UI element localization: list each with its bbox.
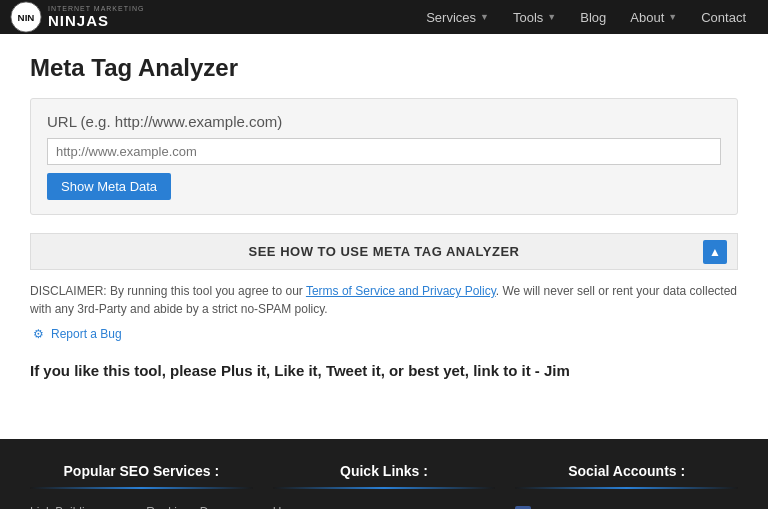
show-meta-button[interactable]: Show Meta Data bbox=[47, 173, 171, 200]
footer-quicklinks-section: Quick Links : Home About Ninjas Ninja Le… bbox=[273, 463, 496, 509]
url-box: URL (e.g. http://www.example.com) Show M… bbox=[30, 98, 738, 215]
seo-link-5[interactable]: Rankings Drop Solutions bbox=[146, 503, 252, 509]
see-how-bar[interactable]: SEE HOW TO USE META TAG ANALYZER ▲ bbox=[30, 233, 738, 270]
nav-blog[interactable]: Blog bbox=[568, 0, 618, 34]
seo-col2: Rankings Drop Solutions Conversion Optim… bbox=[146, 503, 252, 509]
footer-social-section: Social Accounts : f Like Us On Facebook … bbox=[515, 463, 738, 509]
nav-tools[interactable]: Tools ▼ bbox=[501, 0, 568, 34]
url-input[interactable] bbox=[47, 138, 721, 165]
promo-text: If you like this tool, please Plus it, L… bbox=[30, 362, 738, 379]
tos-link[interactable]: Terms of Service and Privacy Policy bbox=[306, 284, 496, 298]
quick-link-1[interactable]: Home bbox=[273, 503, 496, 509]
seo-link-1[interactable]: Link Building Services bbox=[30, 503, 136, 509]
nav-contact[interactable]: Contact bbox=[689, 0, 758, 34]
quicklinks-divider bbox=[273, 487, 496, 489]
expand-icon: ▲ bbox=[703, 240, 727, 264]
footer: Popular SEO Services : Link Building Ser… bbox=[0, 439, 768, 509]
bug-icon: ⚙ bbox=[30, 326, 46, 342]
footer-grid: Popular SEO Services : Link Building Ser… bbox=[30, 463, 738, 509]
page-title: Meta Tag Analyzer bbox=[30, 54, 738, 82]
navbar: NIN INTERNET MARKETING NINJAS Services ▼… bbox=[0, 0, 768, 34]
report-bug-link[interactable]: ⚙ Report a Bug bbox=[30, 326, 738, 342]
logo[interactable]: NIN INTERNET MARKETING NINJAS bbox=[10, 1, 144, 33]
nav-services[interactable]: Services ▼ bbox=[414, 0, 501, 34]
tools-chevron-icon: ▼ bbox=[547, 12, 556, 22]
social-divider bbox=[515, 487, 738, 489]
see-how-text: SEE HOW TO USE META TAG ANALYZER bbox=[249, 244, 520, 259]
nav-links: Services ▼ Tools ▼ Blog About ▼ Contact bbox=[414, 0, 758, 34]
seo-title: Popular SEO Services : bbox=[30, 463, 253, 479]
footer-seo-section: Popular SEO Services : Link Building Ser… bbox=[30, 463, 253, 509]
logo-brand: NINJAS bbox=[48, 13, 144, 30]
nav-about[interactable]: About ▼ bbox=[618, 0, 689, 34]
svg-text:NIN: NIN bbox=[18, 12, 35, 23]
seo-col1: Link Building Services Linkable Asset Cr… bbox=[30, 503, 136, 509]
disclaimer-text: DISCLAIMER: By running this tool you agr… bbox=[30, 282, 738, 318]
social-facebook[interactable]: f Like Us On Facebook bbox=[515, 503, 738, 509]
about-chevron-icon: ▼ bbox=[668, 12, 677, 22]
services-chevron-icon: ▼ bbox=[480, 12, 489, 22]
seo-divider bbox=[30, 487, 253, 489]
quicklinks-title: Quick Links : bbox=[273, 463, 496, 479]
main-content: Meta Tag Analyzer URL (e.g. http://www.e… bbox=[0, 34, 768, 439]
seo-links-grid: Link Building Services Linkable Asset Cr… bbox=[30, 503, 253, 509]
social-title: Social Accounts : bbox=[515, 463, 738, 479]
url-label: URL (e.g. http://www.example.com) bbox=[47, 113, 721, 130]
